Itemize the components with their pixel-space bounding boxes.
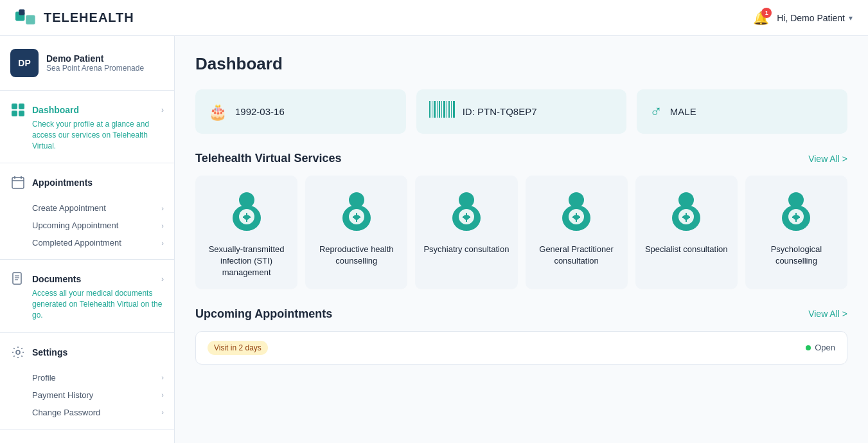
- settings-icon: [10, 345, 26, 360]
- sidebar-item-payment-history[interactable]: Payment History ›: [0, 386, 174, 404]
- appointment-card[interactable]: Visit in 2 days Open: [195, 331, 847, 365]
- svg-rect-2: [19, 9, 24, 15]
- services-section-header: Telehealth Virtual Services View All >: [195, 152, 847, 165]
- svg-rect-3: [12, 104, 17, 109]
- patient-id-card: ID: PTN-TQ8EP7: [416, 89, 627, 134]
- dashboard-chevron-icon: ›: [161, 105, 164, 114]
- nav-item-header-appointments: Appointments: [10, 175, 164, 190]
- svg-rect-6: [19, 111, 24, 116]
- logo-text: TELEHEALTH: [44, 10, 134, 25]
- logo: TELEHEALTH: [15, 9, 134, 27]
- svg-rect-1: [26, 15, 35, 24]
- documents-label: Documents: [32, 274, 81, 284]
- create-appointment-chevron: ›: [161, 204, 164, 212]
- service-card-gp[interactable]: General Practitioner consultation: [526, 176, 628, 289]
- gender-value: MALE: [670, 106, 696, 117]
- notification-badge: 1: [761, 8, 772, 18]
- svg-rect-20: [439, 101, 440, 118]
- profile-location: Sea Point Arena Promenade: [46, 64, 144, 73]
- appointments-section-header: Upcoming Appointments View All >: [195, 307, 847, 321]
- nav-item-left-documents: Documents: [10, 271, 81, 287]
- service-card-sti[interactable]: Sexually-transmitted infection (STI) man…: [195, 176, 297, 289]
- dob-value: 1992-03-16: [235, 106, 285, 117]
- nav-section-settings: Settings Profile › Payment History › Cha…: [0, 333, 174, 429]
- dob-card: 🎂 1992-03-16: [195, 89, 406, 134]
- service-card-psych-counselling[interactable]: Psychological counselling: [745, 176, 847, 289]
- services-view-all[interactable]: View All >: [808, 154, 847, 164]
- services-grid: Sexually-transmitted infection (STI) man…: [195, 176, 847, 289]
- psychiatry-service-icon: [441, 186, 492, 237]
- info-cards: 🎂 1992-03-16 ID: PTN-TQ8EP7 ♂ MALE: [195, 89, 847, 134]
- payment-history-chevron: ›: [161, 391, 164, 399]
- nav-item-header-documents: Documents ›: [10, 271, 164, 287]
- user-menu[interactable]: Hi, Demo Patient ▾: [777, 13, 853, 23]
- documents-desc: Access all your medical documents genera…: [10, 288, 164, 320]
- sidebar-item-settings[interactable]: Settings: [0, 338, 174, 366]
- svg-rect-22: [443, 101, 445, 118]
- nav-item-left-dashboard: Dashboard: [10, 102, 79, 118]
- profile-label: Profile: [32, 373, 56, 383]
- sidebar-item-profile[interactable]: Profile ›: [0, 369, 174, 386]
- upcoming-appointment-label: Upcoming Appointment: [32, 221, 118, 230]
- sidebar-item-upcoming-appointment[interactable]: Upcoming Appointment ›: [0, 217, 174, 234]
- documents-icon: [10, 271, 26, 287]
- nav-item-header-dashboard: Dashboard ›: [10, 102, 164, 118]
- appointments-view-all[interactable]: View All >: [808, 309, 847, 319]
- completed-appointment-chevron: ›: [161, 239, 164, 247]
- birthday-icon: 🎂: [208, 103, 227, 121]
- appointments-label: Appointments: [32, 177, 93, 188]
- service-card-specialist[interactable]: Specialist consultation: [635, 176, 738, 289]
- service-card-reproductive[interactable]: Reproductive health counselling: [305, 176, 407, 289]
- layout: DP Demo Patient Sea Point Arena Promenad…: [0, 36, 868, 443]
- svg-rect-11: [13, 273, 21, 284]
- dashboard-desc: Check your profile at a glance and acces…: [10, 119, 164, 151]
- specialist-service-label: Specialist consultation: [645, 244, 728, 255]
- gp-service-icon: [551, 186, 602, 237]
- settings-label: Settings: [32, 347, 67, 357]
- dashboard-label: Dashboard: [32, 105, 79, 115]
- appointments-icon: [10, 175, 26, 190]
- svg-rect-24: [448, 101, 450, 118]
- psychiatry-service-label: Psychiatry consultation: [423, 244, 509, 255]
- header-right: 🔔 1 Hi, Demo Patient ▾: [753, 10, 853, 26]
- nav-section-documents: Documents › Access all your medical docu…: [0, 260, 174, 332]
- sidebar-item-dashboard[interactable]: Dashboard › Check your profile at a glan…: [0, 96, 174, 158]
- change-password-label: Change Password: [32, 408, 100, 417]
- nav-section-appointments: Appointments Create Appointment › Upcomi…: [0, 163, 174, 260]
- psych-counselling-service-label: Psychological counselling: [753, 244, 840, 267]
- services-title: Telehealth Virtual Services: [195, 152, 341, 165]
- page-title: Dashboard: [195, 54, 847, 74]
- nav-item-left-settings: Settings: [10, 345, 67, 360]
- reproductive-service-label: Reproductive health counselling: [313, 244, 400, 267]
- sidebar-item-appointments[interactable]: Appointments: [0, 168, 174, 197]
- svg-rect-25: [451, 101, 452, 118]
- logo-icon: [15, 9, 39, 27]
- payment-history-label: Payment History: [32, 390, 93, 400]
- appointments-title: Upcoming Appointments: [195, 307, 332, 321]
- svg-rect-18: [434, 101, 436, 118]
- profile-name: Demo Patient: [46, 53, 144, 64]
- svg-rect-17: [432, 101, 432, 118]
- settings-subnav: Profile › Payment History › Change Passw…: [0, 366, 174, 424]
- dashboard-icon: [10, 102, 26, 118]
- sidebar: DP Demo Patient Sea Point Arena Promenad…: [0, 36, 175, 443]
- svg-rect-21: [441, 101, 442, 118]
- svg-rect-4: [19, 104, 24, 109]
- sidebar-item-create-appointment[interactable]: Create Appointment ›: [0, 199, 174, 217]
- header: TELEHEALTH 🔔 1 Hi, Demo Patient ▾: [0, 0, 868, 36]
- documents-chevron-icon: ›: [161, 275, 164, 284]
- sidebar-item-change-password[interactable]: Change Password ›: [0, 404, 174, 421]
- status-dot-icon: [806, 345, 811, 350]
- patient-id-value: ID: PTN-TQ8EP7: [463, 106, 537, 117]
- sidebar-item-documents[interactable]: Documents › Access all your medical docu…: [0, 265, 174, 327]
- notification-bell[interactable]: 🔔 1: [753, 10, 769, 26]
- upcoming-appointment-chevron: ›: [161, 222, 164, 230]
- sti-service-icon: [221, 186, 272, 237]
- completed-appointment-label: Completed Appointment: [32, 238, 121, 248]
- sidebar-item-completed-appointment[interactable]: Completed Appointment ›: [0, 234, 174, 251]
- svg-point-15: [16, 350, 20, 354]
- change-password-chevron: ›: [161, 408, 164, 416]
- appointment-status-label: Open: [815, 343, 835, 352]
- svg-rect-26: [453, 101, 455, 118]
- service-card-psychiatry[interactable]: Psychiatry consultation: [415, 176, 517, 289]
